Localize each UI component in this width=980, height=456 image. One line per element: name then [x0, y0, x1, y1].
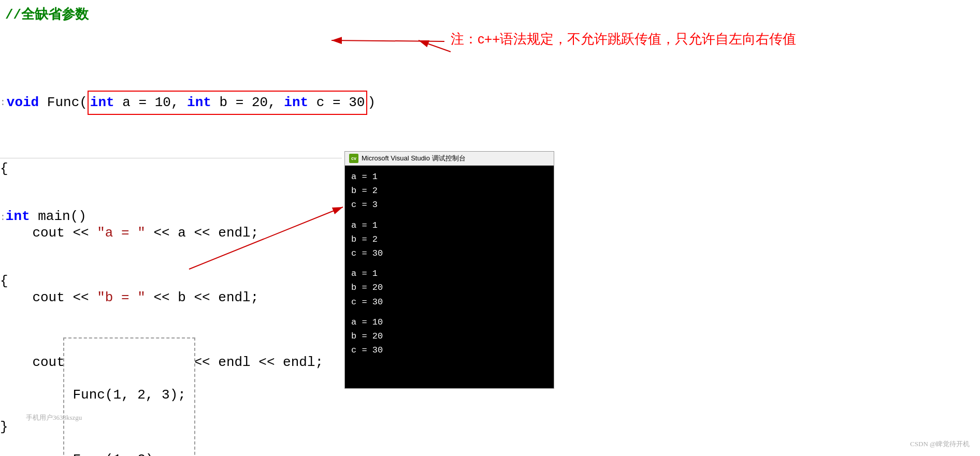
console-line-a2: a = 1 — [351, 218, 547, 232]
watermark: CSDN @睥觉待开机 — [910, 439, 970, 449]
func-name-space: Func( — [39, 92, 88, 114]
separator-line — [0, 158, 342, 158]
main-line-marker: : — [0, 212, 6, 223]
console-line-c4: c = 30 — [351, 343, 547, 357]
console-group-3: a = 1 b = 20 c = 30 — [351, 267, 547, 309]
console-line-b2: b = 2 — [351, 232, 547, 246]
func-call-1: Func(1, 2, 3); — [73, 385, 185, 406]
main-line1: :int main() — [0, 206, 195, 228]
func-calls-container: Func(1, 2, 3); Func(1, 2); Func(1); Func… — [63, 337, 195, 456]
console-title-text: Microsoft Visual Studio 调试控制台 — [362, 154, 466, 163]
note-annotation: 注：c++语法规定，不允许跳跃传值，只允许自左向右传值 — [451, 30, 796, 48]
console-group-1: a = 1 b = 2 c = 3 — [351, 170, 547, 212]
console-line-a4: a = 10 — [351, 315, 547, 329]
console-spacer-2 — [351, 260, 547, 267]
main-line2: { — [0, 271, 195, 292]
console-line-c1: c = 3 — [351, 198, 547, 212]
func-call-2: Func(1, 2); — [73, 449, 185, 456]
console-group-4: a = 10 b = 20 c = 30 — [351, 315, 547, 358]
console-line-c3: c = 30 — [351, 295, 547, 309]
main-container: //全缺省参数 :void Func(int a = 10, int b = 2… — [0, 0, 980, 456]
console-spacer-3 — [351, 309, 547, 315]
console-title-bar: cv Microsoft Visual Studio 调试控制台 — [345, 152, 554, 166]
console-spacer-1 — [351, 212, 547, 218]
console-line-a1: a = 1 — [351, 170, 547, 184]
kw-void: void — [7, 92, 39, 114]
func-params-box: int a = 10, int b = 20, int c = 30 — [88, 91, 368, 115]
console-icon: cv — [349, 154, 358, 163]
svg-line-2 — [419, 40, 451, 52]
func-def-line1: :void Func(int a = 10, int b = 20, int c… — [0, 91, 376, 115]
line-marker: : — [0, 95, 6, 110]
console-line-a3: a = 1 — [351, 267, 547, 281]
console-body: a = 1 b = 2 c = 3 a = 1 b = 2 c = 30 a =… — [345, 166, 554, 388]
comment-line: //全缺省参数 — [5, 5, 89, 23]
main-func: :int main() { Func(1, 2, 3); Func(1, 2);… — [0, 163, 195, 456]
console-line-b1: b = 2 — [351, 184, 547, 198]
console-group-2: a = 1 b = 2 c = 30 — [351, 218, 547, 261]
author-tag: 手机用户3638kszgu — [26, 413, 82, 422]
console-line-b4: b = 20 — [351, 329, 547, 343]
console-window: cv Microsoft Visual Studio 调试控制台 a = 1 b… — [344, 151, 554, 389]
console-line-c2: c = 30 — [351, 246, 547, 260]
console-line-b3: b = 20 — [351, 281, 547, 295]
